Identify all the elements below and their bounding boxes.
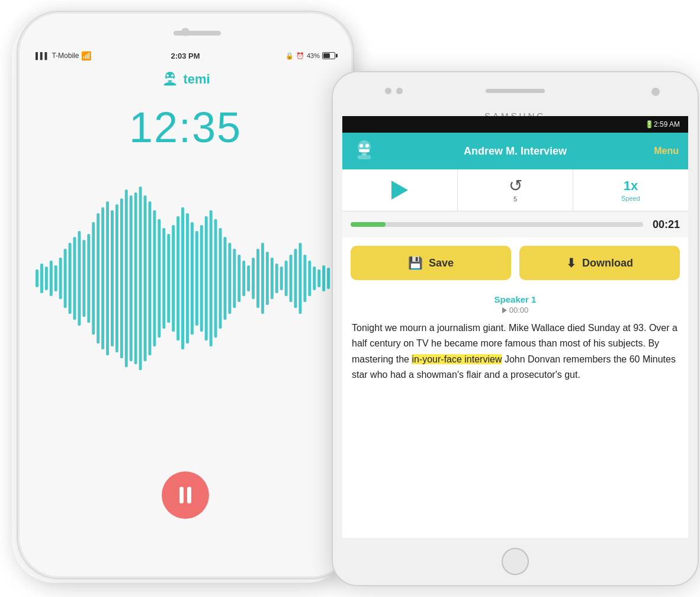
- svg-rect-33: [153, 210, 156, 346]
- temi-app-header: Andrew M. Interview Menu: [342, 133, 688, 169]
- svg-rect-50: [233, 249, 236, 308]
- svg-rect-55: [256, 249, 259, 308]
- svg-rect-4: [168, 81, 172, 82]
- svg-rect-27: [125, 190, 128, 367]
- svg-rect-32: [148, 201, 151, 355]
- svg-rect-34: [158, 219, 160, 338]
- camera-dot-2: [396, 88, 403, 94]
- svg-rect-62: [290, 255, 293, 302]
- download-icon: ⬇: [566, 256, 576, 270]
- temi-header-logo-icon: [352, 139, 377, 163]
- svg-rect-7: [174, 84, 176, 85]
- samsung-camera-right: [651, 88, 660, 96]
- svg-rect-57: [266, 252, 269, 305]
- svg-rect-53: [247, 265, 250, 291]
- play-button[interactable]: [342, 169, 458, 211]
- svg-rect-39: [181, 207, 184, 349]
- android-statusbar: 🔋 2:59 AM: [342, 116, 688, 133]
- play-icon: [391, 181, 408, 200]
- replay-button[interactable]: ↺ 5: [458, 169, 573, 211]
- svg-rect-41: [191, 222, 194, 335]
- svg-rect-44: [205, 216, 208, 341]
- svg-rect-9: [40, 264, 43, 293]
- samsung-bezel-bottom: [333, 538, 698, 585]
- svg-rect-3: [166, 78, 174, 81]
- svg-point-73: [359, 144, 363, 147]
- svg-rect-29: [134, 192, 137, 364]
- transcript-highlight: in-your-face interview: [412, 354, 502, 364]
- svg-rect-19: [87, 234, 90, 323]
- temi-interview-title: Andrew M. Interview: [377, 145, 654, 158]
- android-device: SAMSUNG 🔋 2:59 AM Andrew M. Interview Me…: [332, 71, 699, 586]
- svg-rect-17: [78, 231, 81, 326]
- svg-rect-12: [54, 265, 57, 291]
- temi-logo-iphone: temi: [160, 70, 210, 89]
- svg-rect-21: [97, 213, 99, 344]
- speed-value: 1x: [624, 178, 638, 194]
- replay-label: 5: [513, 195, 517, 203]
- iphone-waveform: [36, 178, 335, 379]
- svg-rect-63: [294, 249, 297, 308]
- svg-rect-69: [322, 265, 325, 291]
- svg-rect-5: [165, 83, 175, 86]
- speaker-timestamp: 00:00: [509, 306, 529, 314]
- svg-rect-42: [195, 231, 198, 326]
- svg-rect-56: [261, 243, 264, 314]
- home-button[interactable]: [502, 548, 529, 575]
- progress-fill: [351, 222, 386, 227]
- svg-rect-22: [101, 207, 104, 349]
- svg-rect-68: [317, 269, 320, 287]
- transcript-text: Tonight we mourn a journalism giant. Mik…: [352, 320, 679, 383]
- svg-rect-30: [139, 187, 142, 370]
- speed-button[interactable]: 1x Speed: [573, 169, 688, 211]
- svg-rect-18: [82, 240, 85, 317]
- iphone-speaker: [174, 31, 221, 36]
- svg-rect-37: [172, 225, 175, 332]
- save-button[interactable]: 💾 Save: [351, 246, 511, 280]
- iphone-pause-button[interactable]: [162, 471, 209, 519]
- wifi-icon: 📶: [81, 51, 91, 60]
- lock-icon: 🔒: [285, 52, 294, 60]
- iphone-statusbar: ▌▌▌ T-Mobile 📶 2:03 PM 🔒 ⏰ 43%: [36, 49, 335, 63]
- status-right: 🔒 ⏰ 43%: [285, 52, 335, 60]
- samsung-speaker: [486, 89, 545, 93]
- svg-rect-58: [271, 258, 274, 299]
- progress-row: 00:21: [342, 211, 688, 237]
- svg-rect-16: [73, 237, 76, 320]
- svg-rect-64: [298, 243, 301, 314]
- signal-icon: ▌▌▌: [36, 52, 49, 59]
- svg-rect-65: [303, 255, 306, 302]
- iphone-big-time: 12:35: [18, 103, 353, 152]
- svg-rect-75: [359, 149, 370, 152]
- speaker-label: Speaker 1: [352, 294, 679, 304]
- svg-rect-25: [115, 204, 118, 352]
- alarm-icon: ⏰: [296, 52, 304, 60]
- svg-rect-28: [130, 195, 133, 361]
- svg-point-1: [166, 75, 169, 77]
- iphone-appbar: temi: [36, 66, 335, 92]
- svg-rect-6: [164, 84, 166, 85]
- svg-rect-15: [69, 243, 72, 314]
- action-row: 💾 Save ⬇ Download: [342, 237, 688, 288]
- svg-rect-70: [327, 268, 330, 289]
- samsung-cameras: [385, 88, 403, 94]
- progress-track[interactable]: [351, 222, 643, 227]
- download-button[interactable]: ⬇ Download: [519, 246, 680, 280]
- svg-rect-52: [242, 261, 245, 296]
- save-icon: 💾: [408, 256, 423, 270]
- speaker-time: 00:00: [352, 306, 679, 314]
- svg-rect-48: [223, 237, 226, 320]
- svg-rect-23: [106, 201, 109, 355]
- svg-rect-20: [92, 222, 95, 335]
- carrier-label: T-Mobile: [52, 52, 79, 60]
- svg-rect-77: [358, 155, 371, 159]
- svg-rect-13: [59, 258, 62, 299]
- svg-rect-36: [167, 234, 170, 323]
- svg-rect-10: [45, 267, 48, 290]
- svg-rect-46: [214, 219, 217, 338]
- menu-button[interactable]: Menu: [654, 146, 679, 156]
- svg-rect-31: [144, 195, 147, 361]
- svg-rect-60: [280, 267, 283, 290]
- svg-rect-51: [237, 255, 240, 302]
- svg-rect-67: [313, 267, 316, 290]
